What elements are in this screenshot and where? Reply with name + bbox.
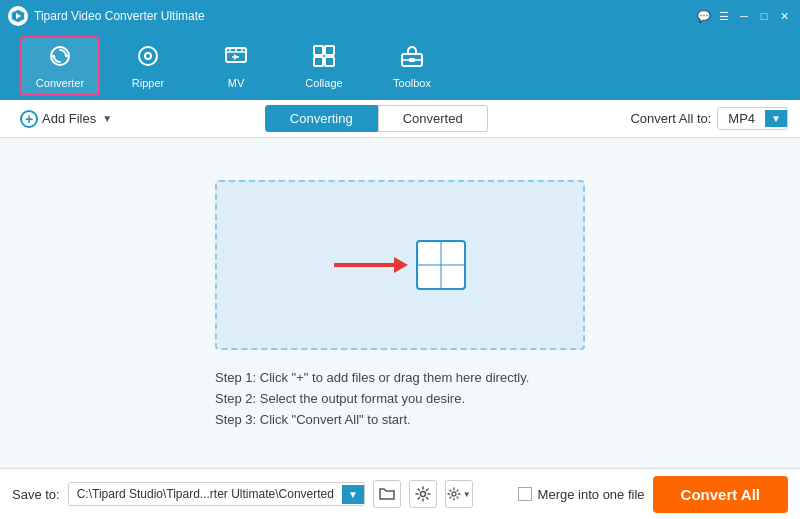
svg-rect-9 xyxy=(314,57,323,66)
collage-icon xyxy=(311,43,337,73)
main-content: Step 1: Click "+" to add files or drag t… xyxy=(0,138,800,468)
nav-mv-label: MV xyxy=(228,77,245,89)
svg-rect-13 xyxy=(409,58,415,62)
save-to-label: Save to: xyxy=(12,487,60,502)
steps-area: Step 1: Click "+" to add files or drag t… xyxy=(215,370,585,427)
merge-checkbox-area[interactable]: Merge into one file xyxy=(518,487,645,502)
svg-point-4 xyxy=(139,47,157,65)
svg-point-5 xyxy=(145,53,151,59)
save-path-dropdown-arrow[interactable]: ▼ xyxy=(342,485,364,504)
tab-area: Converting Converted xyxy=(122,105,630,132)
titlebar: Tipard Video Converter Ultimate 💬 ☰ ─ □ … xyxy=(0,0,800,32)
bottombar: Save to: C:\Tipard Studio\Tipard...rter … xyxy=(0,468,800,519)
save-path-value: C:\Tipard Studio\Tipard...rter Ultimate\… xyxy=(69,483,342,505)
tab-converted[interactable]: Converted xyxy=(378,105,488,132)
nav-converter-label: Converter xyxy=(36,77,84,89)
svg-rect-10 xyxy=(325,57,334,66)
step-3: Step 3: Click "Convert All" to start. xyxy=(215,412,585,427)
mv-icon xyxy=(223,43,249,73)
svg-rect-8 xyxy=(325,46,334,55)
toolbox-icon xyxy=(399,43,425,73)
nav-toolbox[interactable]: Toolbox xyxy=(372,36,452,96)
merge-label: Merge into one file xyxy=(538,487,645,502)
format-select[interactable]: MP4 ▼ xyxy=(717,107,788,130)
nav-collage[interactable]: Collage xyxy=(284,36,364,96)
nav-toolbox-label: Toolbox xyxy=(393,77,431,89)
tab-converting[interactable]: Converting xyxy=(265,105,378,132)
merge-checkbox[interactable] xyxy=(518,487,532,501)
nav-mv[interactable]: MV xyxy=(196,36,276,96)
chat-icon[interactable]: 💬 xyxy=(696,8,712,24)
navbar: Converter Ripper MV xyxy=(0,32,800,100)
add-files-button[interactable]: + Add Files ▼ xyxy=(12,106,122,132)
close-button[interactable]: ✕ xyxy=(776,8,792,24)
svg-point-15 xyxy=(452,492,456,496)
add-files-dropdown-arrow[interactable]: ▼ xyxy=(100,111,114,126)
minimize-button[interactable]: ─ xyxy=(736,8,752,24)
add-files-label: Add Files xyxy=(42,111,96,126)
convert-all-to-area: Convert All to: MP4 ▼ xyxy=(630,107,788,130)
format-dropdown-arrow[interactable]: ▼ xyxy=(765,110,787,127)
convert-all-button[interactable]: Convert All xyxy=(653,476,788,513)
add-files-icon: + xyxy=(20,110,38,128)
nav-ripper-label: Ripper xyxy=(132,77,164,89)
nav-converter[interactable]: Converter xyxy=(20,36,100,96)
arrow-indicator xyxy=(334,240,466,290)
nav-ripper[interactable]: Ripper xyxy=(108,36,188,96)
titlebar-left: Tipard Video Converter Ultimate xyxy=(8,6,205,26)
svg-point-14 xyxy=(420,492,425,497)
arrow-head xyxy=(394,257,408,273)
format-value: MP4 xyxy=(718,108,765,129)
converter-icon xyxy=(47,43,73,73)
menu-icon[interactable]: ☰ xyxy=(716,8,732,24)
toolbar: + Add Files ▼ Converting Converted Conve… xyxy=(0,100,800,138)
folder-icon-button[interactable] xyxy=(373,480,401,508)
plus-icon-box[interactable] xyxy=(416,240,466,290)
settings-icon-button[interactable] xyxy=(409,480,437,508)
arrow-line xyxy=(334,263,394,267)
drop-zone[interactable] xyxy=(215,180,585,350)
save-path-box[interactable]: C:\Tipard Studio\Tipard...rter Ultimate\… xyxy=(68,482,365,506)
maximize-button[interactable]: □ xyxy=(756,8,772,24)
gear-dropdown-arrow[interactable]: ▼ xyxy=(463,490,471,499)
step-2: Step 2: Select the output format you des… xyxy=(215,391,585,406)
gear-icon-button[interactable]: ▼ xyxy=(445,480,473,508)
convert-all-to-label: Convert All to: xyxy=(630,111,711,126)
titlebar-controls: 💬 ☰ ─ □ ✕ xyxy=(696,8,792,24)
red-arrow xyxy=(334,257,408,273)
app-logo xyxy=(8,6,28,26)
svg-rect-7 xyxy=(314,46,323,55)
app-title: Tipard Video Converter Ultimate xyxy=(34,9,205,23)
ripper-icon xyxy=(135,43,161,73)
nav-collage-label: Collage xyxy=(305,77,342,89)
step-1: Step 1: Click "+" to add files or drag t… xyxy=(215,370,585,385)
